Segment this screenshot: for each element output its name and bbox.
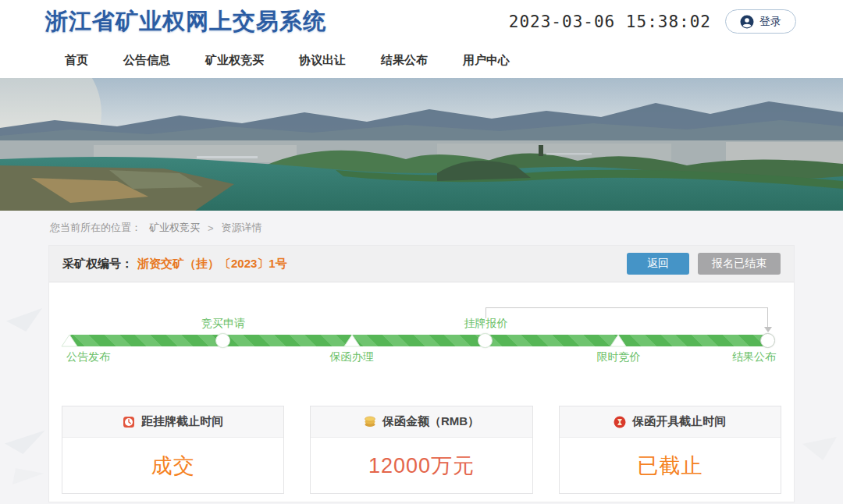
breadcrumb-separator: > <box>208 222 214 234</box>
timeline-step-label: 竞买申请 <box>201 317 245 331</box>
triangle-marker-icon <box>61 334 78 347</box>
listing-deadline-card: 距挂牌截止时间 成交 <box>62 406 284 494</box>
alarm-clock-icon <box>123 416 135 428</box>
panel-header: 采矿权编号： 浙资交矿（挂）〔2023〕1号 返回 报名已结束 <box>49 246 794 282</box>
nav-item-agreement-transfer[interactable]: 协议出让 <box>299 53 346 68</box>
triangle-marker-icon <box>610 334 627 347</box>
card-value: 已截止 <box>637 452 702 480</box>
nav-item-home[interactable]: 首页 <box>65 53 88 68</box>
timeline-progress-bar <box>69 335 768 346</box>
timeline-step-label: 限时竞价 <box>596 350 640 364</box>
breadcrumb: 您当前所在的位置： 矿业权竞买 > 资源详情 <box>0 211 843 245</box>
card-title: 保函开具截止时间 <box>632 414 726 429</box>
top-header: 浙江省矿业权网上交易系统 2023-03-06 15:38:02 登录 <box>0 0 843 43</box>
site-title: 浙江省矿业权网上交易系统 <box>45 6 326 37</box>
hourglass-icon <box>614 416 626 428</box>
login-button[interactable]: 登录 <box>725 9 796 34</box>
breadcrumb-current: 资源详情 <box>222 221 262 235</box>
nav-item-mining-bidding[interactable]: 矿业权竞买 <box>205 53 264 68</box>
guarantee-issue-deadline-card: 保函开具截止时间 已截止 <box>559 406 781 494</box>
circle-marker-icon <box>760 333 775 348</box>
resource-detail-panel: 采矿权编号： 浙资交矿（挂）〔2023〕1号 返回 报名已结束 公告发布 竞买申… <box>48 245 795 502</box>
coins-icon <box>364 416 376 428</box>
timeline-step-label: 保函办理 <box>330 350 374 364</box>
triangle-marker-icon <box>343 334 361 347</box>
datetime-display: 2023-03-06 15:38:02 <box>509 12 711 31</box>
login-button-label: 登录 <box>759 15 781 29</box>
process-timeline: 公告发布 竞买申请 保函办理 挂牌报价 限时竞价 <box>69 282 768 373</box>
mining-right-number-label: 采矿权编号： <box>62 257 133 272</box>
card-value: 12000万元 <box>368 452 475 480</box>
timeline-step-label: 结果公布 <box>732 350 776 364</box>
banner-image <box>0 78 843 211</box>
main-nav: 首页 公告信息 矿业权竞买 协议出让 结果公布 用户中心 <box>0 43 843 78</box>
circle-marker-icon <box>215 333 230 348</box>
back-button[interactable]: 返回 <box>627 253 689 275</box>
breadcrumb-section-link[interactable]: 矿业权竞买 <box>149 221 200 235</box>
user-avatar-icon <box>740 15 754 29</box>
timeline-bracket-arrow-icon <box>764 327 772 332</box>
card-value: 成交 <box>151 452 195 480</box>
card-title: 距挂牌截止时间 <box>141 414 223 429</box>
timeline-bracket-connector <box>486 307 768 308</box>
timeline-step-label: 公告发布 <box>66 350 110 364</box>
timeline-step-label: 挂牌报价 <box>464 317 507 331</box>
nav-item-announcements[interactable]: 公告信息 <box>123 53 170 68</box>
info-cards-row: 距挂牌截止时间 成交 保函金额（RMB） <box>49 406 794 494</box>
guarantee-amount-card: 保函金额（RMB） 12000万元 <box>310 406 532 494</box>
breadcrumb-prefix: 您当前所在的位置： <box>50 221 141 235</box>
registration-closed-button[interactable]: 报名已结束 <box>698 253 781 275</box>
mining-right-number-value: 浙资交矿（挂）〔2023〕1号 <box>137 257 287 272</box>
nav-item-results[interactable]: 结果公布 <box>381 53 428 68</box>
timeline-bracket-right <box>767 307 768 328</box>
nav-item-user-center[interactable]: 用户中心 <box>463 53 510 68</box>
card-title: 保函金额（RMB） <box>382 414 479 429</box>
